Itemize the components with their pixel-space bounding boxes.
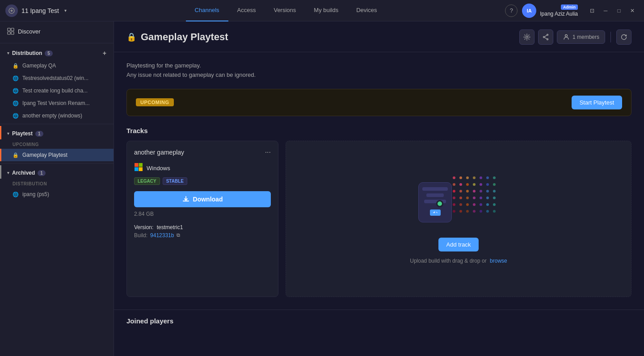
item-label-qa: Gameplay QA (22, 63, 56, 69)
archived-header-left: ▾ Archived 1 (7, 170, 46, 176)
download-button[interactable]: Download (134, 191, 271, 207)
platform-row: Windows (134, 163, 271, 174)
version-info: Version: testmetric1 Build: 9412331b ⧉ (134, 224, 271, 239)
share-button[interactable] (538, 29, 553, 45)
sidebar-item-ipangtest[interactable]: 🌐 Ipang Test Version Renam... (0, 97, 114, 109)
tab-access[interactable]: Access (228, 0, 265, 21)
svg-point-45 (473, 203, 476, 206)
tab-channels[interactable]: Channels (186, 0, 228, 21)
window-minimize[interactable]: ─ (599, 4, 612, 17)
device-illustration (418, 182, 452, 222)
window-maximize[interactable]: □ (613, 4, 625, 17)
window-controls: ⊡ ─ □ ✕ (586, 4, 639, 17)
platform-name: Windows (147, 165, 170, 172)
lock-icon-playtest: 🔒 (13, 152, 19, 158)
user-avatar: IA (522, 4, 536, 18)
add-track-button[interactable]: Add track (438, 238, 479, 251)
svg-point-58 (436, 212, 437, 213)
svg-rect-57 (434, 211, 435, 213)
tab-versions[interactable]: Versions (265, 0, 305, 21)
distribution-section: ▾ Distribution 5 + 🔒 Gameplay QA 🌐 Testr… (0, 45, 114, 122)
svg-point-16 (466, 176, 469, 179)
file-size: 2.84 GB (134, 211, 271, 217)
svg-point-42 (453, 203, 455, 206)
badge-row: LEGACY STABLE (134, 177, 271, 185)
svg-point-39 (480, 197, 482, 199)
settings-button[interactable] (519, 29, 535, 45)
app-dropdown-arrow[interactable]: ▾ (64, 8, 67, 13)
window-close[interactable]: ✕ (626, 4, 639, 17)
sidebar-item-testcreate[interactable]: 🌐 Test create long build cha... (0, 84, 114, 97)
sidebar-item-testresolvedstatus[interactable]: 🌐 Testresolvedstatus02 (win... (0, 72, 114, 84)
svg-point-50 (459, 210, 462, 213)
playtest-header-left: ▾ Playtest 1 (7, 130, 43, 137)
item-label-ps5: ipang (ps5) (22, 191, 49, 197)
svg-point-51 (466, 210, 469, 213)
item-label-anotherempty: another empty (windows) (22, 113, 82, 119)
svg-point-53 (480, 210, 482, 213)
add-distribution-icon[interactable]: + (103, 50, 106, 57)
svg-point-25 (480, 183, 482, 186)
chevron-playtest: ▾ (7, 131, 9, 136)
content-area: 🔒 Gameplay Playtest (114, 21, 644, 356)
start-playtest-button[interactable]: Start Playtest (572, 96, 622, 109)
track-card: another gameplay ··· Windows (126, 141, 278, 297)
sidebar-discover[interactable]: Discover (0, 21, 114, 41)
svg-point-30 (466, 190, 469, 193)
svg-point-27 (493, 183, 496, 186)
svg-point-29 (459, 190, 462, 193)
dots-decoration (450, 173, 503, 218)
window-restore[interactable]: ⊡ (586, 4, 598, 17)
channel-body: Playtesting for the gameplay. Any issue … (114, 52, 644, 306)
sidebar-item-gameplay-qa[interactable]: 🔒 Gameplay QA (0, 59, 114, 72)
sidebar-item-ipang-ps5[interactable]: 🌐 ipang (ps5) (0, 188, 114, 201)
distribution-sub-label: DISTRIBUTION (0, 179, 114, 188)
distribution-header[interactable]: ▾ Distribution 5 + (0, 45, 114, 59)
svg-point-59 (437, 212, 438, 213)
help-button[interactable]: ? (505, 4, 518, 17)
titlebar: 11 Ipang Test ▾ Channels Access Versions… (0, 0, 644, 21)
discover-label: Discover (18, 28, 41, 35)
refresh-button[interactable] (616, 29, 631, 45)
svg-point-23 (466, 183, 469, 186)
build-label: Build: (134, 232, 147, 239)
titlebar-right: ? IA Admin Ipang Aziz Aulia ⊡ ─ □ ✕ (505, 4, 639, 18)
members-button[interactable]: 1 members (557, 30, 605, 44)
add-track-card[interactable]: Add track Upload build with drag & drop … (286, 141, 631, 297)
item-label-gameplay-playtest: Gameplay Playtest (22, 152, 67, 158)
app-name: 11 Ipang Test (21, 7, 59, 14)
globe-icon-1: 🌐 (13, 75, 19, 81)
windows-logo (134, 163, 143, 172)
playtest-header[interactable]: ▾ Playtest 1 (0, 126, 114, 139)
distribution-label: Distribution (12, 50, 42, 56)
version-value: testmetric1 (157, 224, 183, 230)
svg-rect-1 (8, 28, 10, 31)
svg-point-44 (466, 203, 469, 206)
lock-icon-qa: 🔒 (13, 63, 19, 69)
download-icon (182, 196, 189, 203)
browse-link[interactable]: browse (490, 258, 507, 264)
page-title-wrap: 🔒 Gameplay Playtest (126, 31, 228, 43)
sidebar-item-anotherempty[interactable]: 🌐 another empty (windows) (0, 109, 114, 122)
version-line: Version: testmetric1 (134, 224, 271, 230)
svg-point-5 (526, 36, 528, 38)
refresh-icon (620, 34, 627, 41)
track-menu-button[interactable]: ··· (265, 148, 271, 156)
globe-icon-3: 🌐 (13, 101, 19, 106)
tab-mybuilds[interactable]: My builds (305, 0, 347, 21)
chevron-distribution: ▾ (7, 51, 9, 55)
page-lock-icon: 🔒 (126, 32, 136, 42)
archived-section: ▾ Archived 1 DISTRIBUTION 🌐 ipang (ps5) (0, 165, 114, 201)
archived-header[interactable]: ▾ Archived 1 (0, 165, 114, 179)
description-line1: Playtesting for the gameplay. (126, 61, 631, 71)
tab-devices[interactable]: Devices (347, 0, 386, 21)
svg-point-38 (473, 197, 476, 199)
track-card-header: another gameplay ··· (134, 148, 271, 156)
copy-icon[interactable]: ⧉ (177, 232, 180, 238)
svg-point-47 (486, 203, 489, 206)
tracks-label: Tracks (126, 127, 631, 134)
sidebar-item-gameplay-playtest[interactable]: 🔒 Gameplay Playtest (0, 149, 114, 161)
header-actions: 1 members (519, 29, 631, 45)
item-label-testresolvedstatus: Testresolvedstatus02 (win... (22, 75, 88, 81)
svg-point-32 (480, 190, 482, 193)
